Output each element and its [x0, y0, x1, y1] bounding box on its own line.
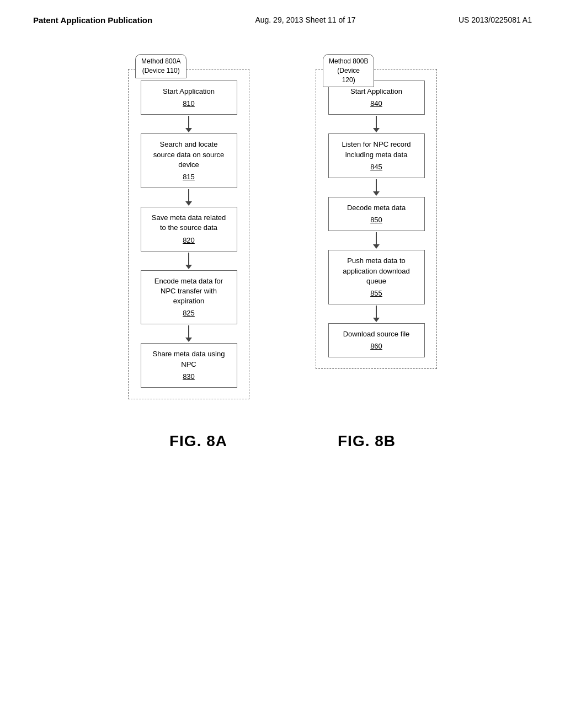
arrow-head: [185, 338, 192, 342]
arrow-line: [188, 325, 189, 338]
step-830-number: 830: [149, 372, 229, 382]
step-825-text: Encode meta data for NPC transfer with e…: [154, 277, 223, 305]
figure-8b-caption: FIG. 8B: [338, 432, 396, 450]
publication-label: Patent Application Publication: [33, 15, 152, 25]
step-860-number: 860: [337, 341, 417, 351]
step-855-text: Push meta data to application download q…: [343, 256, 409, 285]
step-845-number: 845: [337, 162, 417, 172]
sheet-info: Aug. 29, 2013 Sheet 11 of 17: [255, 15, 355, 24]
arrow-810-815: [185, 116, 192, 132]
diagram-area: Method 800A (Device 110) Start Applicati…: [0, 69, 565, 399]
step-815-number: 815: [149, 172, 229, 182]
step-850-text: Decode meta data: [347, 204, 406, 212]
step-815-text: Search and locate source data on source …: [153, 140, 225, 168]
arrow-head: [373, 128, 380, 132]
arrow-head: [373, 244, 380, 249]
step-845-box: Listen for NPC record including meta dat…: [328, 133, 425, 178]
step-850-box: Decode meta data 850: [328, 197, 425, 231]
arrow-head: [185, 201, 192, 206]
arrow-815-820: [185, 189, 192, 206]
step-820-number: 820: [149, 235, 229, 245]
step-810-box: Start Application 810: [141, 81, 237, 115]
step-850-number: 850: [337, 215, 417, 225]
arrow-line: [188, 189, 189, 201]
step-825-box: Encode meta data for NPC transfer with e…: [141, 270, 237, 325]
step-820-text: Save meta data related to the source dat…: [152, 213, 226, 232]
flow-container-a: Method 800A (Device 110) Start Applicati…: [128, 69, 249, 399]
arrow-855-860: [373, 306, 380, 322]
arrow-840-845: [373, 116, 380, 132]
arrow-line: [376, 232, 377, 244]
arrow-line: [188, 253, 189, 265]
arrow-head: [185, 128, 192, 132]
step-840-text: Start Application: [350, 87, 402, 95]
arrow-820-825: [185, 253, 192, 269]
arrow-head: [373, 191, 380, 196]
step-860-box: Download source file 860: [328, 323, 425, 357]
arrow-head: [185, 265, 192, 269]
page-header: Patent Application Publication Aug. 29, …: [0, 0, 565, 25]
step-840-number: 840: [337, 99, 417, 109]
arrow-825-830: [185, 325, 192, 342]
figure-8a-caption: FIG. 8A: [169, 432, 227, 450]
figures-row: FIG. 8A FIG. 8B: [0, 432, 565, 450]
arrow-head: [373, 318, 380, 322]
step-830-box: Share meta data using NPC 830: [141, 343, 237, 388]
step-845-text: Listen for NPC record including meta dat…: [342, 140, 411, 158]
step-820-box: Save meta data related to the source dat…: [141, 207, 237, 251]
method-label-a: Method 800A (Device 110): [135, 54, 186, 78]
arrow-line: [188, 116, 189, 128]
step-830-text: Share meta data using NPC: [153, 350, 225, 368]
arrow-line: [376, 116, 377, 128]
flow-container-b: Method 800B (Device 120) Start Applicati…: [316, 69, 437, 369]
flow-column-b: Method 800B (Device 120) Start Applicati…: [316, 69, 437, 369]
arrow-845-850: [373, 179, 380, 196]
step-860-text: Download source file: [343, 330, 410, 338]
arrow-850-855: [373, 232, 380, 249]
step-855-number: 855: [337, 288, 417, 298]
flow-column-a: Method 800A (Device 110) Start Applicati…: [128, 69, 249, 399]
step-825-number: 825: [149, 308, 229, 318]
patent-number: US 2013/0225081 A1: [459, 15, 532, 24]
step-810-number: 810: [149, 99, 229, 109]
step-810-text: Start Application: [163, 87, 215, 95]
arrow-line: [376, 179, 377, 191]
method-label-b: Method 800B (Device 120): [323, 54, 374, 87]
step-815-box: Search and locate source data on source …: [141, 133, 237, 188]
arrow-line: [376, 306, 377, 318]
step-855-box: Push meta data to application download q…: [328, 250, 425, 304]
